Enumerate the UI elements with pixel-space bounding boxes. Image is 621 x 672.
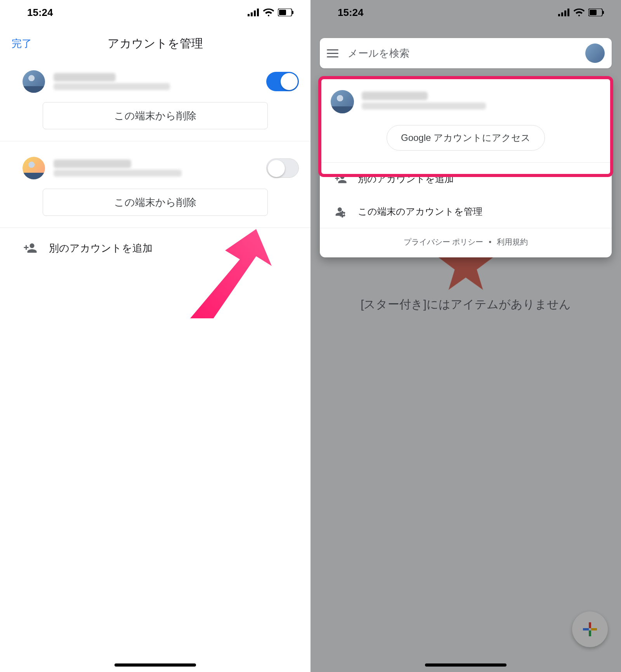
svg-rect-16 [561,12,563,16]
remove-from-device-button[interactable]: この端末から削除 [43,189,268,216]
account-row [0,152,310,189]
battery-icon [278,9,293,16]
svg-rect-2 [254,10,256,16]
separator-dot: • [489,238,491,247]
search-placeholder: メールを検索 [348,47,409,60]
add-account-row[interactable]: 別のアカウントを追加 [0,232,310,264]
account-block-2: この端末から削除 [0,145,310,228]
menu-icon[interactable] [327,49,338,57]
account-text-redacted [54,73,170,90]
status-icons [248,9,293,16]
google-word: Google [401,132,431,143]
popover-manage-accounts[interactable]: この端末のアカウントを管理 [320,195,612,228]
home-indicator [114,663,196,667]
svg-rect-18 [567,9,569,16]
google-access-rest: アカウントにアクセス [431,132,531,143]
svg-rect-17 [564,10,566,16]
manage-header: 完了 アカウントを管理 [0,25,310,66]
popover-current-account[interactable] [320,78,612,118]
account-text-redacted [54,160,182,177]
battery-icon [588,9,604,16]
account-text-redacted [362,90,486,109]
cellular-icon [558,9,570,16]
terms-link[interactable]: 利用規約 [497,237,528,247]
account-block-1: この端末から削除 [0,66,310,141]
svg-rect-6 [292,11,293,14]
svg-rect-3 [257,9,259,16]
privacy-link[interactable]: プライバシー ポリシー [404,237,484,247]
add-account-label: 別のアカウントを追加 [358,173,454,185]
svg-rect-1 [251,12,253,16]
popover-footer: プライバシー ポリシー • 利用規約 [320,228,612,257]
svg-rect-20 [590,10,597,15]
account-toggle-on[interactable] [266,72,299,91]
status-bar: 15:24 [310,0,621,25]
svg-rect-15 [558,14,560,16]
status-bar: 15:24 [0,0,310,25]
person-add-icon [23,241,37,255]
manage-accounts-label: この端末のアカウントを管理 [358,205,482,218]
account-row [0,66,310,102]
avatar [23,157,45,179]
account-avatar-button[interactable] [585,43,605,63]
google-account-access-button[interactable]: Google アカウントにアクセス [387,125,545,151]
status-time: 15:24 [27,7,53,19]
cellular-icon [248,9,259,16]
person-add-icon [335,173,347,185]
status-time: 15:24 [338,7,364,19]
page-title: アカウントを管理 [12,36,299,52]
svg-rect-5 [279,10,286,15]
search-bar[interactable]: メールを検索 [320,38,612,68]
account-popover: Google アカウントにアクセス 別のアカウントを追加 この端末のアカウントを… [320,78,612,257]
wifi-icon [263,9,274,16]
add-account-label: 別のアカウントを追加 [49,241,153,255]
remove-from-device-button[interactable]: この端末から削除 [43,102,268,129]
wifi-icon [574,9,585,16]
avatar [331,90,354,113]
svg-rect-21 [603,11,604,14]
person-gear-icon [335,205,347,218]
svg-rect-0 [248,14,250,16]
account-toggle-off[interactable] [266,158,299,178]
status-icons [558,9,604,16]
home-indicator [425,663,507,667]
popover-add-account[interactable]: 別のアカウントを追加 [320,163,612,195]
avatar [23,70,45,93]
